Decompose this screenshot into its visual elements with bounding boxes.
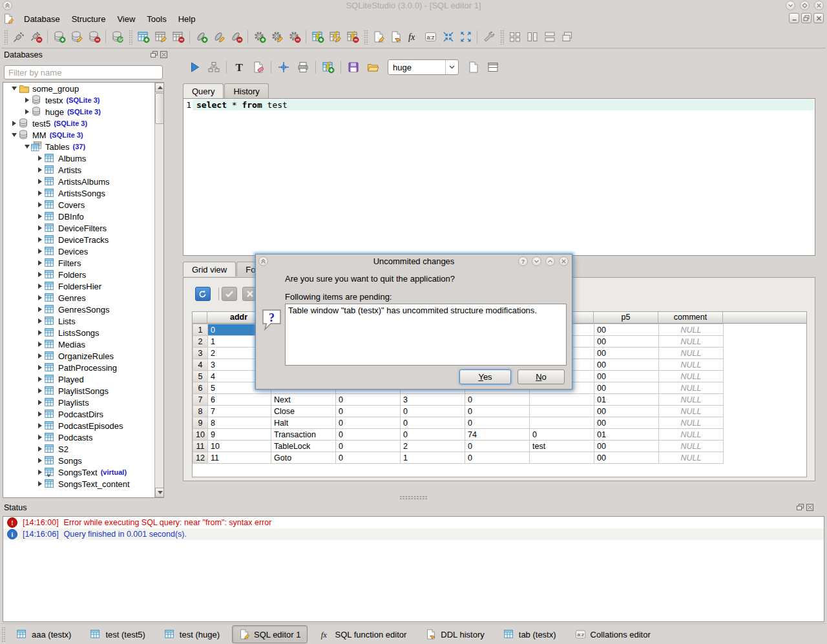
expand-arrow-icon[interactable]: [37, 388, 43, 393]
tree-item-podcastepisodes[interactable]: PodcastEpisodes: [3, 420, 163, 431]
grid-cell[interactable]: 00: [594, 324, 659, 336]
explain-query-button[interactable]: [204, 58, 224, 76]
menu-tools[interactable]: Tools: [141, 12, 172, 26]
grid-cell[interactable]: 00: [594, 336, 659, 348]
database-selector-combo[interactable]: huge: [388, 59, 459, 75]
splitter-handle[interactable]: [399, 495, 428, 500]
grid-cell[interactable]: [530, 394, 594, 406]
dialog-roll-down-button[interactable]: [532, 256, 541, 266]
tree-item-albums[interactable]: Albums: [3, 152, 163, 164]
tree-item-mm[interactable]: MM(SQLite 3): [3, 129, 163, 141]
edit-table-button[interactable]: [152, 28, 169, 46]
close-window-button[interactable]: [814, 1, 824, 10]
taskbar-tab-testx-[interactable]: tab (testx): [497, 625, 563, 643]
tree-item-artistsalbums[interactable]: ArtistsAlbums: [3, 176, 163, 187]
yes-button[interactable]: Yes: [459, 369, 511, 384]
row-number[interactable]: 3: [193, 348, 208, 359]
expand-arrow-icon[interactable]: [37, 400, 43, 405]
tab-query[interactable]: Query: [183, 83, 224, 98]
grid-cell[interactable]: 0: [530, 429, 594, 441]
tree-item-test5[interactable]: test5(SQLite 3): [3, 118, 163, 129]
expand-arrow-icon[interactable]: [37, 458, 43, 463]
results-layout-button[interactable]: [483, 58, 503, 76]
import-button[interactable]: [387, 28, 404, 46]
dialog-help-button[interactable]: ?: [518, 256, 528, 266]
grid-cell[interactable]: 8: [208, 417, 271, 429]
grid-cell[interactable]: 0: [465, 406, 530, 417]
expand-arrow-icon[interactable]: [37, 435, 43, 440]
grid-cell[interactable]: NULL: [659, 382, 724, 394]
taskbar-ddl-history[interactable]: DDL history: [419, 625, 490, 643]
disconnect-button[interactable]: [27, 28, 45, 46]
grid-cell[interactable]: [530, 452, 594, 464]
tree-item-huge[interactable]: huge(SQLite 3): [3, 106, 163, 118]
grid-cell[interactable]: 00: [594, 441, 659, 452]
grid-cell[interactable]: 0: [401, 417, 465, 429]
expand-arrow-icon[interactable]: [37, 411, 43, 417]
close-panel-icon[interactable]: [806, 503, 813, 511]
tree-item-organizerules[interactable]: OrganizeRules: [3, 350, 163, 362]
grid-cell[interactable]: 7: [208, 406, 271, 417]
collations-editor-button[interactable]: a:z: [422, 28, 439, 46]
grid-cell[interactable]: Close: [271, 406, 336, 417]
grid-cell[interactable]: 6: [208, 394, 271, 406]
grid-cell[interactable]: 0: [465, 452, 530, 464]
tree-item-podcastdirs[interactable]: PodcastDirs: [3, 408, 163, 420]
drop-view-button[interactable]: [344, 28, 361, 46]
tree-item-covers[interactable]: Covers: [3, 199, 163, 211]
row-number[interactable]: 11: [193, 441, 208, 452]
grid-cell[interactable]: 0: [336, 441, 401, 452]
row-number[interactable]: 8: [193, 406, 208, 417]
grid-cell[interactable]: Goto: [271, 452, 336, 464]
grid-cell[interactable]: NULL: [659, 441, 724, 452]
menu-help[interactable]: Help: [173, 12, 202, 26]
taskbar-collations-editor[interactable]: a:zCollations editor: [569, 625, 657, 643]
expand-arrow-icon[interactable]: [37, 307, 43, 312]
grid-cell[interactable]: 9: [208, 429, 271, 441]
tree-item-genres[interactable]: Genres: [3, 292, 163, 304]
toolbar-drag-handle[interactable]: [499, 29, 504, 45]
expand-arrow-icon[interactable]: [37, 260, 43, 265]
row-number[interactable]: 10: [193, 429, 208, 441]
drop-table-button[interactable]: [169, 28, 187, 46]
create-view-from-query-button[interactable]: [319, 58, 338, 76]
close-panel-icon[interactable]: [160, 50, 167, 58]
tree-item-pathprocessing[interactable]: PathProcessing: [3, 362, 163, 373]
tree-item-devicetracks[interactable]: DeviceTracks: [3, 234, 163, 245]
grid-cell[interactable]: test: [530, 441, 594, 452]
execute-query-button[interactable]: [185, 58, 204, 76]
taskbar-test-test5-[interactable]: test (test5): [83, 625, 151, 643]
tree-scrollbar[interactable]: [154, 83, 164, 497]
tile-windows-button[interactable]: [506, 28, 523, 46]
minimize-window-button[interactable]: [786, 1, 795, 10]
expand-arrow-icon[interactable]: [37, 284, 43, 289]
expand-arrow-icon[interactable]: [37, 318, 43, 324]
grid-cell[interactable]: 0: [465, 441, 530, 452]
expand-arrow-icon[interactable]: [37, 446, 43, 452]
tree-item-devices[interactable]: Devices: [3, 245, 163, 257]
row-number[interactable]: 2: [193, 336, 208, 348]
grid-cell[interactable]: NULL: [659, 371, 724, 382]
expand-arrow-icon[interactable]: [37, 481, 43, 486]
expand-arrow-icon[interactable]: [37, 237, 43, 242]
tree-item-folders[interactable]: Folders: [3, 269, 163, 280]
tree-item-some_group[interactable]: some_group: [3, 83, 163, 94]
grid-cell[interactable]: 01: [594, 394, 659, 406]
shade-window-button[interactable]: [3, 1, 12, 10]
tile-windows-vertically-button[interactable]: [523, 28, 541, 46]
menu-database[interactable]: Database: [18, 12, 66, 26]
grid-cell[interactable]: 11: [208, 452, 271, 464]
grid-cell[interactable]: TableLock: [271, 441, 336, 452]
expand-arrow-icon[interactable]: [37, 470, 43, 475]
tree-item-dbinfo[interactable]: DBInfo: [3, 211, 163, 222]
grid-cell[interactable]: NULL: [659, 324, 724, 336]
grid-cell[interactable]: 00: [594, 417, 659, 429]
tab-grid-view[interactable]: Grid view: [183, 262, 236, 276]
expand-arrow-icon[interactable]: [37, 167, 43, 172]
tree-item-lists[interactable]: Lists: [3, 315, 163, 327]
shrink-windows-button[interactable]: [439, 28, 457, 46]
tile-windows-horizontally-button[interactable]: [541, 28, 558, 46]
grid-cell[interactable]: NULL: [659, 359, 724, 371]
grid-cell[interactable]: [530, 417, 594, 429]
edit-database-button[interactable]: [68, 28, 85, 46]
